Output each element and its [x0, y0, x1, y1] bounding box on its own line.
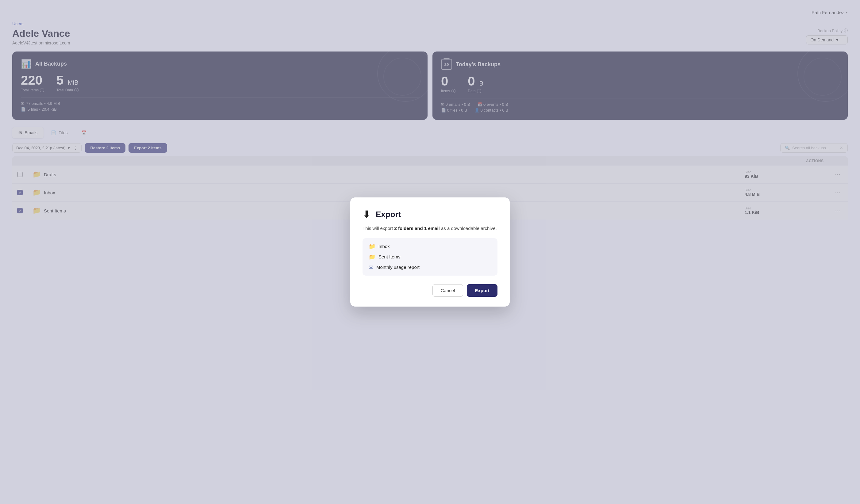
modal-description: This will export 2 folders and 1 email a… — [362, 225, 498, 232]
modal-header: ⬇ Export — [362, 208, 498, 220]
modal-item-sent: 📁 Sent Items — [369, 254, 491, 260]
cancel-button[interactable]: Cancel — [432, 284, 463, 297]
email-icon: ✉ — [369, 264, 373, 271]
folder-icon: 📁 — [369, 243, 375, 250]
modal-item-email: ✉ Monthly usage report — [369, 264, 491, 271]
modal-actions: Cancel Export — [362, 284, 498, 297]
modal-backdrop: ⬇ Export This will export 2 folders and … — [0, 0, 860, 504]
export-confirm-button[interactable]: Export — [467, 284, 498, 297]
modal-title: Export — [376, 210, 401, 219]
export-modal: ⬇ Export This will export 2 folders and … — [350, 198, 510, 306]
modal-items-list: 📁 Inbox 📁 Sent Items ✉ Monthly usage rep… — [362, 238, 498, 276]
folder-icon: 📁 — [369, 254, 375, 260]
download-icon: ⬇ — [362, 208, 371, 220]
modal-item-inbox: 📁 Inbox — [369, 243, 491, 250]
